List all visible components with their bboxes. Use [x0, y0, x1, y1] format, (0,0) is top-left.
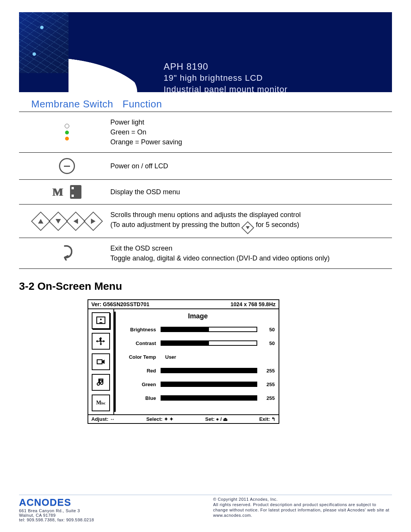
osd-value-colortemp[interactable]: User [161, 354, 257, 360]
section-heading-on-screen-menu: 3-2 On-Screen Menu [19, 280, 392, 292]
svg-point-1 [100, 319, 102, 320]
table-row: M Display the OSD menu [19, 179, 392, 204]
osd-tab-image[interactable] [92, 312, 110, 329]
osd-panel: Ver: G56SN20SSTD701 1024 x 768 59.8Hz Mi… [88, 299, 279, 424]
svg-rect-2 [97, 360, 102, 364]
banner-pcb-art [19, 12, 118, 73]
osd-hint-bar: Adjust: ↔ Select: ✦ ✦ Set: ● / ⏏ Exit: ↰ [88, 414, 279, 423]
osd-slider-brightness[interactable] [161, 327, 257, 332]
row1-line2: Green = On [110, 127, 392, 137]
osd-value-green: 255 [257, 382, 275, 387]
footer-right: © Copyright 2011 Acnodes, Inc. All right… [213, 497, 392, 522]
membrane-switch-table: Membrane Switch Function Power light Gre… [19, 96, 392, 269]
row1-line3: Orange = Power saving [110, 137, 392, 147]
osd-row-colortemp: Color Temp User [121, 350, 275, 364]
led-green-icon [65, 131, 69, 134]
osd-value-blue: 255 [257, 395, 275, 401]
th-membrane-switch: Membrane Switch [19, 98, 115, 110]
model-number: APH 8190 [164, 61, 288, 72]
row1-line1: Power light [110, 117, 392, 127]
osd-tab-position[interactable] [92, 333, 110, 350]
table-row: Power on / off LCD [19, 152, 392, 179]
return-button-icon [19, 244, 103, 263]
osd-label-brightness: Brightness [121, 327, 161, 332]
footer-legal: All rights reserved. Product description… [213, 502, 392, 518]
menu-button-icon: M [19, 185, 103, 199]
arrow-down-icon [49, 211, 68, 231]
osd-tab-video[interactable] [92, 353, 110, 370]
footer-addr1: 661 Brea Canyon Rd., Suite 3 [19, 508, 94, 513]
osd-value-brightness: 50 [257, 327, 275, 332]
brand-logo: ACNODES [19, 497, 94, 508]
footer-addr3: tel: 909.598.7388, fax: 909.598.0218 [19, 518, 94, 522]
row4-line2a: (To auto adjustment by pressing the butt… [110, 221, 240, 228]
banner-line-2: 19" high brightness LCD [164, 72, 288, 84]
row2-text: Power on / off LCD [103, 161, 392, 171]
arrow-left-icon [66, 211, 86, 231]
table-row: Power light Green = On Orange = Power sa… [19, 112, 392, 152]
osd-hint-adjust: Adjust: ↔ [91, 416, 115, 422]
table-header: Membrane Switch Function [19, 96, 392, 112]
osd-label-green: Green [121, 382, 161, 387]
osd-tab-audio[interactable] [92, 374, 110, 391]
osd-version: Ver: G56SN20SSTD701 [91, 301, 150, 307]
osd-main: Image Brightness 50 Contrast 50 Color Te… [114, 309, 279, 414]
osd-top-bar: Ver: G56SN20SSTD701 1024 x 768 59.8Hz [88, 300, 279, 309]
osd-slider-contrast[interactable] [161, 340, 257, 346]
row4-line2: (To auto adjustment by pressing the butt… [110, 220, 392, 232]
led-orange-icon [65, 137, 69, 141]
led-indicator-icon [19, 124, 103, 141]
arrow-up-icon [31, 211, 51, 231]
menu-rect-icon [70, 185, 81, 199]
osd-label-blue: Blue [121, 395, 161, 401]
row5-line1: Exit the OSD screen [110, 243, 392, 253]
footer-copyright: © Copyright 2011 Acnodes, Inc. [213, 497, 392, 502]
osd-label-colortemp: Color Temp [121, 354, 161, 360]
m-letter-icon: M [53, 187, 63, 197]
inline-arrow-icon [241, 221, 254, 234]
osd-value-red: 255 [257, 368, 275, 374]
table-row: Scrolls through menu options and adjusts… [19, 204, 392, 238]
arrow-buttons-icon [19, 214, 103, 228]
osd-label-red: Red [121, 368, 161, 374]
banner-text: APH 8190 19" high brightness LCD Industr… [164, 61, 288, 92]
th-function: Function [115, 98, 392, 110]
osd-resolution: 1024 x 768 59.8Hz [231, 301, 276, 307]
row4-line1: Scrolls through menu options and adjusts… [110, 210, 392, 220]
osd-row-contrast: Contrast 50 [121, 336, 275, 350]
osd-label-contrast: Contrast [121, 340, 161, 346]
footer-addr2: Walnut, CA 91789 [19, 513, 94, 518]
row4-text: Scrolls through menu options and adjusts… [103, 210, 392, 232]
osd-title: Image [121, 312, 275, 320]
osd-slider-green[interactable] [161, 382, 257, 387]
row1-text: Power light Green = On Orange = Power sa… [103, 117, 392, 147]
banner-line-3: Industrial panel mount monitor [164, 84, 288, 92]
row5-text: Exit the OSD screen Toggle analog, digit… [103, 243, 392, 263]
osd-hint-set: Set: ● / ⏏ [205, 416, 228, 422]
footer-left: ACNODES 661 Brea Canyon Rd., Suite 3 Wal… [19, 497, 94, 522]
page-footer: ACNODES 661 Brea Canyon Rd., Suite 3 Wal… [19, 495, 392, 522]
power-button-icon [19, 158, 103, 174]
osd-value-contrast: 50 [257, 340, 275, 346]
osd-tab-misc[interactable]: Misc [92, 395, 110, 411]
osd-hint-exit: Exit: ↰ [259, 416, 276, 422]
row3-text: Display the OSD menu [103, 187, 392, 197]
osd-row-red: Red 255 [121, 364, 275, 377]
row4-line2b: for 5 seconds) [256, 221, 299, 228]
led-off-icon [65, 124, 69, 128]
osd-sidebar: Misc [88, 309, 114, 414]
header-banner: APH 8190 19" high brightness LCD Industr… [19, 12, 392, 92]
osd-hint-select: Select: ✦ ✦ [146, 416, 174, 422]
row5-line2: Toggle analog, digital & video connectio… [110, 253, 392, 263]
osd-row-green: Green 255 [121, 377, 275, 391]
table-row: Exit the OSD screen Toggle analog, digit… [19, 238, 392, 269]
osd-slider-blue[interactable] [161, 395, 257, 401]
osd-slider-red[interactable] [161, 368, 257, 373]
osd-row-blue: Blue 255 [121, 391, 275, 405]
osd-row-brightness: Brightness 50 [121, 323, 275, 336]
arrow-right-icon [84, 211, 103, 231]
